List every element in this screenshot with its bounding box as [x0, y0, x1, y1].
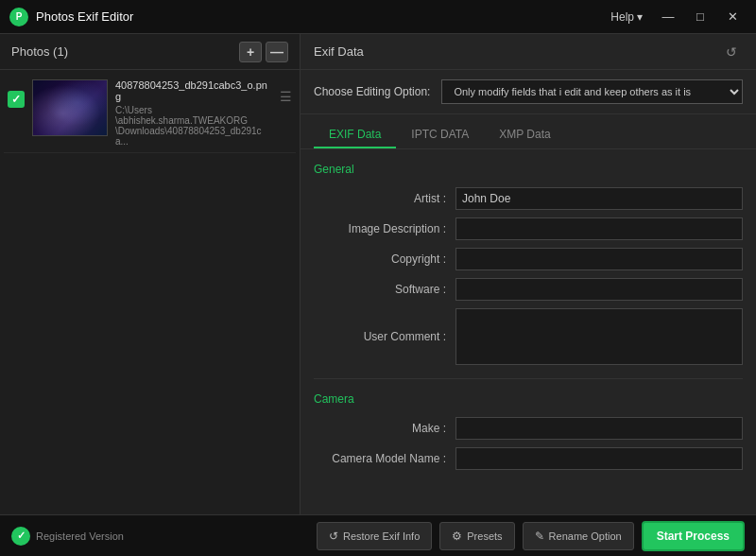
- section-divider: [314, 378, 743, 379]
- camera-section-title: Camera: [314, 392, 743, 406]
- copyright-label: Copyright :: [314, 252, 455, 266]
- close-button[interactable]: ✕: [718, 6, 747, 28]
- presets-button[interactable]: ⚙ Presets: [439, 522, 514, 550]
- title-bar-left: P Photos Exif Editor: [9, 8, 133, 26]
- restore-icon: ↺: [329, 530, 338, 543]
- camera-model-label: Camera Model Name :: [314, 452, 455, 465]
- photos-header: Photos (1) + —: [0, 34, 300, 70]
- app-title: Photos Exif Editor: [36, 9, 133, 24]
- help-button[interactable]: Help ▾: [603, 7, 650, 27]
- title-bar: P Photos Exif Editor Help ▾ — □ ✕: [0, 0, 756, 34]
- image-description-label: Image Description :: [314, 222, 455, 235]
- tab-xmp-data[interactable]: XMP Data: [484, 122, 565, 148]
- camera-model-input[interactable]: [455, 447, 743, 470]
- photo-path: C:\Users \abhishek.sharma.TWEAKORG \Down…: [115, 105, 272, 147]
- tab-iptc-data[interactable]: IPTC DATA: [396, 122, 484, 148]
- software-input[interactable]: [455, 278, 743, 301]
- footer-buttons: ↺ Restore Exif Info ⚙ Presets ✎ Rename O…: [317, 521, 745, 551]
- user-comment-label: User Comment :: [314, 330, 455, 343]
- presets-icon: ⚙: [452, 530, 462, 543]
- general-section-title: General: [314, 163, 743, 176]
- editing-option-label: Choose Editing Option:: [314, 85, 430, 98]
- scroll-icon: ☰: [280, 89, 292, 104]
- thumbnail-overlay: [33, 80, 107, 135]
- photo-checkbox[interactable]: [8, 91, 25, 108]
- software-label: Software :: [314, 283, 455, 296]
- editing-option-bar: Choose Editing Option: Only modify field…: [301, 70, 756, 114]
- list-item[interactable]: 40878804253_db291cabc3_o.png C:\Users \a…: [4, 74, 296, 153]
- copyright-row: Copyright :: [314, 248, 743, 270]
- camera-model-row: Camera Model Name :: [314, 447, 743, 470]
- add-photo-button[interactable]: +: [239, 42, 262, 62]
- start-process-button[interactable]: Start Process: [642, 521, 745, 551]
- make-input[interactable]: [455, 417, 743, 440]
- exif-header: Exif Data ↺: [301, 34, 756, 70]
- photos-title: Photos (1): [11, 44, 68, 59]
- rename-icon: ✎: [535, 530, 544, 543]
- rename-option-label: Rename Option: [549, 530, 622, 542]
- photo-list: 40878804253_db291cabc3_o.png C:\Users \a…: [0, 70, 300, 514]
- make-row: Make :: [314, 417, 743, 440]
- left-panel: Photos (1) + — 40878804253_db291cabc3_o.…: [0, 34, 301, 514]
- tabs-bar: EXIF Data IPTC DATA XMP Data: [301, 114, 756, 149]
- image-description-input[interactable]: [455, 217, 743, 240]
- image-description-row: Image Description :: [314, 217, 743, 240]
- start-process-label: Start Process: [657, 530, 730, 543]
- registered-badge: ✓ Registered Version: [11, 527, 317, 546]
- artist-row: Artist :: [314, 187, 743, 210]
- registered-icon: ✓: [11, 527, 30, 546]
- user-comment-row: User Comment :: [314, 308, 743, 365]
- software-row: Software :: [314, 278, 743, 301]
- app-icon: P: [9, 8, 28, 26]
- restore-exif-label: Restore Exif Info: [343, 530, 420, 542]
- copyright-input[interactable]: [455, 248, 743, 270]
- restore-exif-button[interactable]: ↺ Restore Exif Info: [317, 522, 432, 550]
- photo-info: 40878804253_db291cabc3_o.png C:\Users \a…: [115, 79, 272, 147]
- maximize-button[interactable]: □: [686, 6, 714, 28]
- right-panel: Exif Data ↺ Choose Editing Option: Only …: [301, 34, 756, 514]
- photo-filename: 40878804253_db291cabc3_o.png: [115, 79, 272, 102]
- editing-option-select[interactable]: Only modify fields that i edit and keep …: [441, 79, 743, 104]
- make-label: Make :: [314, 422, 455, 435]
- exif-title: Exif Data: [314, 44, 364, 59]
- artist-input[interactable]: [455, 187, 743, 210]
- user-comment-input[interactable]: [455, 308, 743, 365]
- footer: ✓ Registered Version ↺ Restore Exif Info…: [0, 514, 756, 556]
- photos-buttons: + —: [239, 42, 288, 62]
- remove-photo-button[interactable]: —: [266, 42, 288, 62]
- tab-exif-data[interactable]: EXIF Data: [314, 122, 396, 148]
- presets-label: Presets: [467, 530, 502, 542]
- photo-thumbnail: [32, 79, 108, 136]
- rename-option-button[interactable]: ✎ Rename Option: [523, 522, 634, 550]
- registered-text: Registered Version: [36, 530, 124, 542]
- minimize-button[interactable]: —: [654, 6, 682, 28]
- title-bar-right: Help ▾ — □ ✕: [603, 6, 747, 28]
- form-content: General Artist : Image Description : Cop…: [301, 149, 756, 514]
- artist-label: Artist :: [314, 192, 455, 205]
- refresh-button[interactable]: ↺: [720, 42, 743, 62]
- main-layout: Photos (1) + — 40878804253_db291cabc3_o.…: [0, 34, 756, 514]
